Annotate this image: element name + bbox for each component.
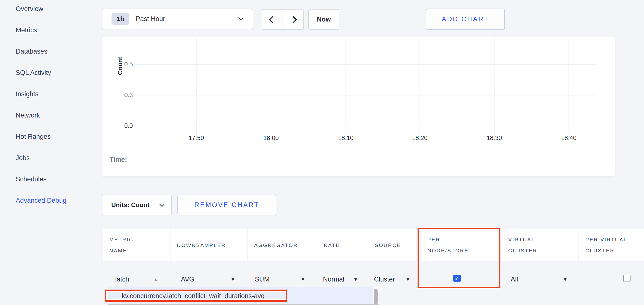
sidebar: Overview Metrics Databases SQL Activity … <box>16 5 99 218</box>
chevron-left-icon <box>268 16 276 23</box>
column-header-rate: RATE <box>317 229 368 261</box>
check-icon: ✓ <box>454 275 459 282</box>
gridline-vertical <box>271 38 271 136</box>
caret-down-icon[interactable]: ▼ <box>353 277 358 282</box>
time-nav-buttons <box>262 9 304 30</box>
sidebar-item-hot-ranges[interactable]: Hot Ranges <box>16 133 99 140</box>
dropdown-scrollbar-thumb[interactable] <box>374 289 378 305</box>
metric-suggestion-item[interactable]: kv.concurrency.latch_conflict_wait_durat… <box>122 292 265 300</box>
per-node-store-checkbox[interactable]: ✓ <box>453 275 461 282</box>
caret-up-icon[interactable]: ▲ <box>154 277 158 282</box>
column-header-downsampler: DOWNSAMPLER <box>170 229 247 261</box>
chevron-down-icon <box>238 15 244 21</box>
gridline-horizontal <box>136 126 596 126</box>
source-select[interactable]: Cluster <box>374 276 395 283</box>
units-select-label: Units: Count <box>111 201 150 209</box>
column-header-virtual-cluster: VIRTUAL CLUSTER <box>502 229 578 261</box>
caret-down-icon[interactable]: ▼ <box>301 277 305 282</box>
chart-panel[interactable]: Count 0.5 0.3 0.0 17:50 18:00 18:10 18:2… <box>102 36 615 176</box>
sidebar-item-sql-activity[interactable]: SQL Activity <box>16 69 99 77</box>
sidebar-item-jobs[interactable]: Jobs <box>16 154 99 162</box>
y-tick-label: 0.0 <box>111 122 133 129</box>
sidebar-item-overview[interactable]: Overview <box>16 5 99 13</box>
column-header-source: SOURCE <box>368 229 416 261</box>
units-select[interactable]: Units: Count <box>102 195 172 215</box>
per-virtual-cluster-checkbox[interactable] <box>623 275 630 282</box>
aggregator-select[interactable]: SUM <box>255 276 270 283</box>
y-tick-label: 0.5 <box>111 60 133 68</box>
caret-down-icon[interactable]: ▼ <box>406 277 410 282</box>
y-tick-label: 0.3 <box>111 91 133 99</box>
column-header-metric-name: METRIC NAME <box>103 229 170 261</box>
gridline-vertical <box>494 38 494 136</box>
time-range-label: Past Hour <box>136 15 165 23</box>
sidebar-item-network[interactable]: Network <box>16 111 99 119</box>
sidebar-item-metrics[interactable]: Metrics <box>16 26 99 34</box>
prev-time-button[interactable] <box>262 9 282 29</box>
x-tick-label: 18:40 <box>550 134 587 141</box>
time-readout-label: Time: <box>110 156 127 163</box>
x-tick-label: 18:00 <box>253 134 290 141</box>
x-tick-label: 18:30 <box>476 134 513 141</box>
downsampler-select[interactable]: AVG <box>181 276 194 283</box>
gridline-vertical <box>346 38 346 136</box>
caret-down-icon[interactable]: ▼ <box>563 277 568 282</box>
sidebar-item-databases[interactable]: Databases <box>16 47 99 55</box>
chevron-down-icon <box>159 201 165 207</box>
sidebar-item-insights[interactable]: Insights <box>16 90 99 98</box>
x-tick-label: 17:50 <box>178 134 215 141</box>
chart-hover-readout: Time:-- <box>110 156 136 164</box>
chevron-right-icon <box>290 16 297 23</box>
column-header-per-virtual-cluster: PER VIRTUAL CLUSTER <box>579 229 644 261</box>
gridline-vertical <box>420 38 420 136</box>
sidebar-item-schedules[interactable]: Schedules <box>16 175 99 183</box>
sidebar-item-advanced-debug[interactable]: Advanced Debug <box>16 197 99 204</box>
rate-select[interactable]: Normal <box>323 276 344 283</box>
time-range-select[interactable]: 1h Past Hour <box>102 8 253 29</box>
gridline-vertical <box>568 38 569 136</box>
column-header-per-node-store: PER NODE/STORE <box>421 229 499 261</box>
column-header-aggregator: AGGREGATOR <box>248 229 316 261</box>
x-tick-label: 18:20 <box>402 134 438 141</box>
gridline-vertical <box>196 38 196 136</box>
next-time-button[interactable] <box>282 9 304 29</box>
virtual-cluster-select[interactable]: All <box>511 276 518 283</box>
now-button[interactable]: Now <box>308 9 340 30</box>
remove-chart-button[interactable]: REMOVE CHART <box>178 195 276 215</box>
gridline-horizontal <box>136 95 596 95</box>
gridline-horizontal <box>136 64 596 65</box>
metric-name-input[interactable] <box>115 274 152 285</box>
add-chart-button[interactable]: ADD CHART <box>426 8 505 30</box>
x-tick-label: 18:10 <box>328 134 364 141</box>
time-range-badge: 1h <box>112 13 130 25</box>
caret-down-icon[interactable]: ▼ <box>230 277 235 282</box>
time-readout-value: -- <box>132 156 136 163</box>
